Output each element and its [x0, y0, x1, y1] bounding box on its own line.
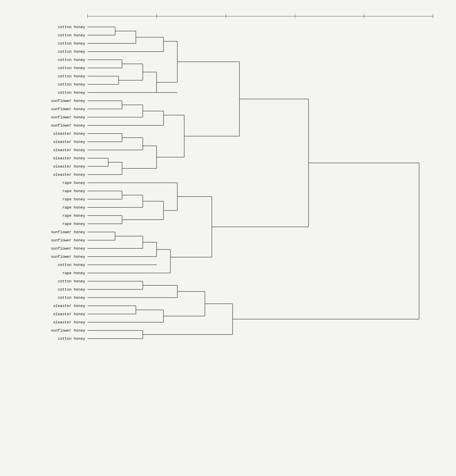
- row-label: rape honey: [23, 222, 88, 226]
- table-row: cotton honey: [23, 31, 433, 39]
- table-row: cotton honey: [23, 47, 433, 56]
- row-label: sunflower honey: [23, 107, 88, 111]
- axis-tick-1: [157, 14, 157, 18]
- table-row: sunflower honey: [23, 326, 433, 335]
- row-label: rape honey: [23, 197, 88, 202]
- table-row: sunflower honey: [23, 228, 433, 236]
- row-line-area: [88, 294, 433, 302]
- row-label: rape honey: [23, 271, 88, 275]
- table-row: cotton honey: [23, 285, 433, 294]
- row-label: cotton honey: [23, 287, 88, 292]
- row-line-area: [88, 277, 433, 285]
- row-line-area: [88, 252, 433, 261]
- row-label: oleaster honey: [23, 140, 88, 144]
- table-row: oleaster honey: [23, 146, 433, 154]
- row-line-area: [88, 261, 433, 269]
- row-label: oleaster honey: [23, 132, 88, 136]
- header-row: [23, 12, 433, 21]
- row-line-area: [88, 138, 433, 146]
- dendrogram-container: cotton honeycotton honeycotton honeycott…: [23, 12, 433, 343]
- table-row: cotton honey: [23, 261, 433, 269]
- table-row: sunflower honey: [23, 105, 433, 113]
- table-row: rape honey: [23, 203, 433, 211]
- row-line-area: [88, 64, 433, 72]
- row-label: sunflower honey: [23, 328, 88, 333]
- row-line-area: [88, 170, 433, 179]
- table-row: oleaster honey: [23, 310, 433, 318]
- table-row: rape honey: [23, 187, 433, 195]
- row-label: sunflower honey: [23, 99, 88, 103]
- axis-tick-4: [364, 14, 364, 18]
- table-row: sunflower honey: [23, 113, 433, 121]
- row-label: cotton honey: [23, 296, 88, 300]
- row-line-area: [88, 113, 433, 121]
- table-row: oleaster honey: [23, 129, 433, 138]
- row-label: oleaster honey: [23, 148, 88, 152]
- row-line-area: [88, 97, 433, 105]
- table-row: oleaster honey: [23, 170, 433, 179]
- row-label: cotton honey: [23, 91, 88, 95]
- row-label: cotton honey: [23, 66, 88, 70]
- table-row: oleaster honey: [23, 318, 433, 326]
- axis-tick-3: [295, 14, 295, 18]
- row-label: cotton honey: [23, 74, 88, 79]
- table-row: oleaster honey: [23, 162, 433, 170]
- table-row: cotton honey: [23, 72, 433, 80]
- table-row: rape honey: [23, 179, 433, 187]
- row-line-area: [88, 318, 433, 326]
- row-label: cotton honey: [23, 279, 88, 284]
- row-line-area: [88, 129, 433, 138]
- row-line-area: [88, 154, 433, 162]
- row-line-area: [88, 302, 433, 310]
- row-line-area: [88, 179, 433, 187]
- row-line-area: [88, 105, 433, 113]
- row-label: rape honey: [23, 205, 88, 210]
- table-row: sunflower honey: [23, 236, 433, 244]
- row-line-area: [88, 47, 433, 56]
- row-line-area: [88, 285, 433, 294]
- axis-area: [88, 12, 433, 21]
- table-row: rape honey: [23, 211, 433, 220]
- table-row: cotton honey: [23, 277, 433, 285]
- table-row: cotton honey: [23, 56, 433, 64]
- row-label: cotton honey: [23, 25, 88, 29]
- row-label: cotton honey: [23, 337, 88, 341]
- row-label: oleaster honey: [23, 312, 88, 316]
- row-line-area: [88, 335, 433, 343]
- row-label: rape honey: [23, 214, 88, 218]
- row-line-area: [88, 211, 433, 220]
- row-label: sunflower honey: [23, 123, 88, 128]
- axis-tick-2: [226, 14, 226, 18]
- axis-tick-5: [433, 14, 433, 18]
- table-row: rape honey: [23, 269, 433, 277]
- row-label: cotton honey: [23, 41, 88, 46]
- table-row: cotton honey: [23, 64, 433, 72]
- row-line-area: [88, 310, 433, 318]
- row-label: sunflower honey: [23, 255, 88, 259]
- row-line-area: [88, 269, 433, 277]
- table-row: oleaster honey: [23, 138, 433, 146]
- table-row: cotton honey: [23, 39, 433, 47]
- row-label: cotton honey: [23, 50, 88, 54]
- row-label: cotton honey: [23, 82, 88, 87]
- table-row: sunflower honey: [23, 252, 433, 261]
- row-line-area: [88, 195, 433, 203]
- row-label: sunflower honey: [23, 115, 88, 120]
- table-row: sunflower honey: [23, 97, 433, 105]
- row-line-area: [88, 162, 433, 170]
- table-row: oleaster honey: [23, 154, 433, 162]
- row-line-area: [88, 80, 433, 88]
- row-line-area: [88, 56, 433, 64]
- row-label: sunflower honey: [23, 238, 88, 243]
- rows-area: cotton honeycotton honeycotton honeycott…: [23, 23, 433, 343]
- table-row: cotton honey: [23, 335, 433, 343]
- axis-line: [88, 16, 433, 16]
- row-label: oleaster honey: [23, 173, 88, 177]
- row-line-area: [88, 23, 433, 31]
- table-row: cotton honey: [23, 23, 433, 31]
- table-row: oleaster honey: [23, 302, 433, 310]
- row-label: cotton honey: [23, 263, 88, 267]
- row-label: oleaster honey: [23, 164, 88, 169]
- row-line-area: [88, 39, 433, 47]
- row-line-area: [88, 244, 433, 252]
